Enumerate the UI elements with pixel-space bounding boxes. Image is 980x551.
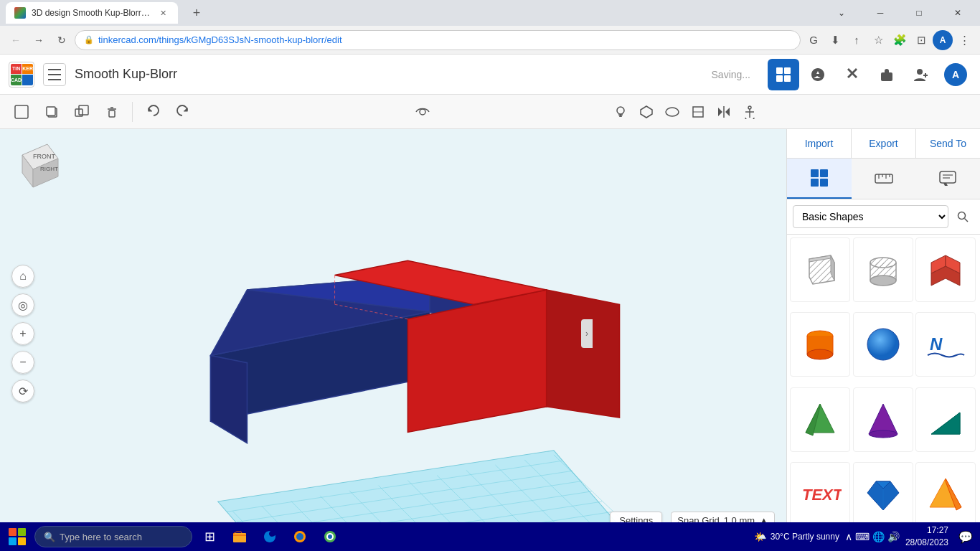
bag-button[interactable]: [871, 59, 903, 90]
app-container: FRONT RIGHT ⌂ ◎ + − ⟳: [0, 95, 980, 538]
toolbar-center: [200, 99, 971, 125]
anchor-button[interactable]: [737, 99, 763, 125]
redo-button[interactable]: [170, 99, 196, 125]
toolbar: [0, 95, 980, 129]
tab-close-button[interactable]: ✕: [156, 6, 169, 19]
split-view-btn[interactable]: ⊡: [911, 30, 931, 50]
panel-tab-grid[interactable]: [787, 159, 852, 199]
shape-category-select[interactable]: Basic Shapes Letters Numbers Symbols: [793, 205, 948, 228]
grid-view-button[interactable]: [768, 59, 799, 90]
download-btn[interactable]: ⬇: [825, 30, 845, 50]
shape-item-sphere-solid[interactable]: [853, 312, 913, 377]
svg-text:TEXT: TEXT: [802, 486, 842, 504]
file-explorer-button[interactable]: [225, 524, 254, 550]
browser-profile-avatar[interactable]: A: [933, 30, 953, 50]
send-to-button[interactable]: Send To: [916, 129, 980, 158]
google-icon-btn[interactable]: G: [804, 30, 824, 50]
ellipse-button[interactable]: [659, 99, 685, 125]
share-btn[interactable]: ↑: [847, 30, 867, 50]
panel-tab-chat[interactable]: [915, 159, 980, 199]
gallery-button[interactable]: [802, 59, 834, 90]
shape-item-text[interactable]: N: [915, 312, 976, 377]
notification-button[interactable]: 💬: [954, 524, 977, 550]
shape-item-gem-blue[interactable]: [853, 462, 913, 527]
import-button[interactable]: Import: [787, 129, 852, 158]
minimize-button[interactable]: ─: [864, 0, 897, 26]
shape-search-button[interactable]: [951, 205, 974, 228]
panel-collapse-arrow[interactable]: ›: [581, 319, 593, 348]
forward-button[interactable]: →: [29, 30, 49, 50]
svg-point-5: [917, 69, 923, 75]
url-text: tinkercad.com/things/kGMgD63SJsN-smooth-…: [98, 34, 791, 45]
svg-marker-21: [718, 108, 722, 116]
project-title[interactable]: Smooth Kup-Blorr: [75, 67, 703, 82]
svg-rect-65: [820, 179, 828, 187]
new-tab-button[interactable]: +: [187, 3, 207, 23]
clock-time: 17:27: [905, 524, 948, 537]
close-button[interactable]: ✕: [941, 0, 974, 26]
svg-rect-2: [776, 75, 783, 82]
header-right-icons: A: [768, 59, 971, 90]
taskbar-search[interactable]: 🔍 Type here to search: [34, 526, 192, 547]
tab-search-button[interactable]: ⌄: [825, 0, 858, 26]
taskbar-clock[interactable]: 17:27 28/08/2023: [905, 524, 948, 549]
browser-title-bar: 3D design Smooth Kup-Blorr | Ti... ✕ + ⌄…: [0, 0, 980, 26]
active-tab[interactable]: 3D design Smooth Kup-Blorr | Ti... ✕: [6, 2, 178, 24]
undo-button[interactable]: [140, 99, 166, 125]
mirror-button[interactable]: [711, 99, 737, 125]
address-bar-row: ← → ↻ 🔒 tinkercad.com/things/kGMgD63SJsN…: [0, 26, 980, 55]
light-button[interactable]: [608, 99, 633, 125]
svg-rect-62: [811, 169, 819, 177]
chevron-up-icon[interactable]: ∧: [845, 531, 852, 542]
shape-item-pyramid-green[interactable]: [790, 387, 850, 452]
svg-rect-64: [811, 179, 819, 187]
svg-point-15: [617, 107, 624, 114]
firefox-button[interactable]: [286, 524, 314, 550]
svg-rect-6: [15, 105, 28, 118]
shape-item-cone-purple[interactable]: [853, 387, 913, 452]
menu-btn[interactable]: ⋮: [954, 30, 974, 50]
copy-button[interactable]: [39, 99, 65, 125]
maximize-button[interactable]: □: [903, 0, 936, 26]
edge-browser-button[interactable]: [255, 524, 284, 550]
transform-button[interactable]: [685, 99, 711, 125]
task-view-button[interactable]: ⊞: [195, 524, 224, 550]
reload-button[interactable]: ↻: [52, 30, 72, 50]
logo-bl: CAD: [11, 75, 22, 85]
star-btn[interactable]: ☆: [868, 30, 888, 50]
browser-toolbar-right: G ⬇ ↑ ☆ 🧩 ⊡ A ⋮: [804, 30, 974, 50]
shape-item-text-red[interactable]: TEXT: [790, 462, 850, 527]
extensions-btn[interactable]: 🧩: [890, 30, 910, 50]
shape-item-box-solid[interactable]: [915, 237, 976, 302]
tools-button[interactable]: [837, 59, 868, 90]
view-button[interactable]: [410, 99, 435, 125]
delete-button[interactable]: [99, 99, 125, 125]
duplicate-button[interactable]: [69, 99, 95, 125]
shape-item-box-hole[interactable]: [790, 237, 850, 302]
sys-icons: ∧ ⌨ 🌐 🔊: [845, 531, 900, 542]
add-user-button[interactable]: [905, 59, 937, 90]
svg-marker-59: [547, 290, 620, 418]
svg-marker-17: [641, 106, 652, 118]
shape-item-pyramid-yellow[interactable]: [915, 462, 976, 527]
address-bar[interactable]: 🔒 tinkercad.com/things/kGMgD63SJsN-smoot…: [75, 30, 801, 50]
svg-rect-63: [820, 169, 828, 177]
shape-item-wedge-teal[interactable]: [915, 387, 976, 452]
shape-item-cylinder-solid[interactable]: [790, 312, 850, 377]
taskbar-right: 🌤️ 30°C Partly sunny ∧ ⌨ 🌐 🔊 17:27 28/08…: [754, 524, 977, 550]
hamburger-button[interactable]: [43, 63, 66, 86]
3d-viewport[interactable]: FRONT RIGHT ⌂ ◎ + − ⟳: [0, 129, 786, 538]
system-tray: 🌤️ 30°C Partly sunny: [754, 531, 839, 542]
polygon-button[interactable]: [633, 99, 659, 125]
svg-point-113: [328, 534, 332, 539]
tinkercad-logo[interactable]: TIN KER CAD: [9, 62, 34, 88]
taskbar-items: ⊞: [195, 524, 344, 550]
header-profile-avatar[interactable]: A: [940, 59, 971, 90]
start-button[interactable]: [3, 524, 32, 550]
back-button[interactable]: ←: [6, 30, 26, 50]
new-shape-button[interactable]: [9, 99, 34, 125]
shape-item-cylinder-hole[interactable]: [853, 237, 913, 302]
export-button[interactable]: Export: [852, 129, 916, 158]
panel-tab-ruler[interactable]: [852, 159, 916, 199]
chrome-button[interactable]: [316, 524, 344, 550]
